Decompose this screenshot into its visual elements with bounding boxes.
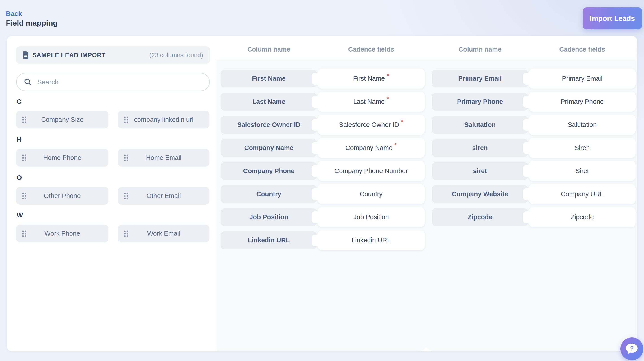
source-column-label: Linkedin URL: [248, 237, 290, 244]
field-chip-label: Work Phone: [44, 230, 80, 237]
mapping-row: Last Name Last Name*: [220, 92, 425, 112]
mapping-column-right: Primary Email Primary Email Primary Phon…: [432, 69, 636, 230]
required-asterisk: *: [394, 141, 397, 149]
drag-handle-icon[interactable]: [124, 154, 128, 161]
import-file-header: SAMPLE LEAD IMPORT (23 columns found): [16, 46, 210, 64]
cadence-field-label: Siren: [575, 144, 590, 152]
scroll-up-indicator: [419, 347, 433, 351]
search-box[interactable]: [16, 73, 210, 91]
cadence-field-chip[interactable]: Last Name*: [318, 92, 425, 112]
search-input[interactable]: [37, 78, 205, 86]
source-column-chip[interactable]: Country: [220, 185, 317, 203]
source-column-chip[interactable]: Primary Phone: [432, 93, 528, 110]
cadence-field-chip[interactable]: Company Name*: [318, 138, 425, 158]
cadence-field-label: Siret: [576, 167, 589, 175]
drag-handle-icon[interactable]: [124, 116, 128, 123]
cadence-field-label: Last Name: [353, 98, 384, 105]
source-column-chip[interactable]: Last Name: [220, 93, 317, 110]
mapping-row: siret Siret: [432, 161, 636, 181]
drag-handle-icon[interactable]: [22, 154, 26, 161]
source-column-chip[interactable]: Salutation: [432, 116, 528, 134]
cadence-field-chip[interactable]: Siret: [529, 161, 636, 181]
drag-handle-icon[interactable]: [124, 230, 128, 237]
cadence-fields-header: Cadence fields: [318, 46, 425, 53]
source-column-chip[interactable]: First Name: [220, 70, 317, 87]
source-column-chip[interactable]: Job Position: [220, 208, 317, 226]
required-asterisk: *: [386, 72, 389, 80]
source-column-label: Country: [256, 190, 281, 198]
drag-handle-icon[interactable]: [22, 230, 26, 237]
cadence-field-chip[interactable]: Primary Email: [529, 69, 636, 89]
cadence-field-chip[interactable]: Company URL: [529, 184, 636, 204]
source-column-label: Job Position: [249, 213, 288, 221]
cadence-field-chip[interactable]: Company Phone Number: [318, 161, 425, 181]
help-button[interactable]: ?: [620, 338, 643, 360]
source-column-chip[interactable]: siren: [432, 139, 528, 157]
import-leads-button[interactable]: Import Leads: [583, 7, 642, 29]
source-column-chip[interactable]: Salesforce Owner ID: [220, 116, 317, 134]
group-letter: O: [16, 174, 22, 181]
mapping-row: Zipcode Zipcode: [432, 207, 636, 227]
field-chip-company-linkedin-url[interactable]: company linkedin url: [118, 111, 209, 128]
field-chip-label: Work Email: [147, 230, 180, 237]
field-chip-label: Other Email: [146, 192, 181, 200]
cadence-field-chip[interactable]: Salutation: [529, 115, 636, 135]
field-chip-company-size[interactable]: Company Size: [16, 111, 108, 128]
source-column-chip[interactable]: Primary Email: [432, 70, 528, 87]
drag-handle-icon[interactable]: [22, 193, 26, 199]
source-column-label: Last Name: [252, 98, 286, 105]
mapping-row: Salutation Salutation: [432, 115, 636, 135]
field-chip-label: Company Size: [41, 116, 84, 123]
field-chip-work-phone[interactable]: Work Phone: [16, 225, 108, 242]
drag-handle-icon[interactable]: [124, 193, 128, 199]
source-column-chip[interactable]: Zipcode: [432, 208, 528, 226]
required-asterisk: *: [386, 95, 389, 103]
source-column-label: Company Website: [452, 190, 508, 198]
source-column-chip[interactable]: Linkedin URL: [220, 231, 317, 249]
drag-handle-icon[interactable]: [22, 116, 26, 123]
cadence-field-chip[interactable]: Primary Phone: [529, 92, 636, 112]
source-column-chip[interactable]: siret: [432, 162, 528, 180]
field-chip-home-email[interactable]: Home Email: [118, 149, 209, 167]
source-column-label: First Name: [252, 75, 286, 82]
mapping-row: Job Position Job Position: [220, 207, 425, 227]
cadence-field-label: Country: [360, 190, 382, 198]
question-bubble-icon: ?: [626, 343, 638, 355]
source-column-label: Company Name: [244, 144, 293, 152]
mapping-row: Linkedin URL Linkedin URL: [220, 230, 425, 250]
cadence-field-label: Salutation: [568, 121, 597, 128]
cadence-field-chip[interactable]: Siren: [529, 138, 636, 158]
cadence-field-chip[interactable]: Linkedin URL: [318, 230, 425, 250]
mapping-column-left: First Name First Name* Last Name Last Na…: [220, 69, 425, 253]
source-columns-panel: SAMPLE LEAD IMPORT (23 columns found) C …: [7, 36, 216, 351]
import-file-name: SAMPLE LEAD IMPORT: [32, 51, 106, 59]
field-chip-label: company linkedin url: [134, 116, 193, 123]
source-column-chip[interactable]: Company Website: [432, 185, 528, 203]
svg-text:?: ?: [630, 345, 634, 352]
mapping-row: Company Name Company Name*: [220, 138, 425, 158]
cadence-field-chip[interactable]: Job Position: [318, 207, 425, 227]
mapping-row: Company Website Company URL: [432, 184, 636, 204]
field-chip-home-phone[interactable]: Home Phone: [16, 149, 108, 167]
source-column-chip[interactable]: Company Name: [220, 139, 317, 157]
cadence-field-chip[interactable]: Zipcode: [529, 207, 636, 227]
cadence-field-chip[interactable]: First Name*: [318, 69, 425, 89]
mapping-row: Country Country: [220, 184, 425, 204]
cadence-field-chip[interactable]: Country: [318, 184, 425, 204]
source-column-label: Salesforce Owner ID: [237, 121, 300, 128]
field-chip-label: Other Phone: [44, 192, 80, 200]
cadence-field-label: Company URL: [561, 190, 604, 198]
field-chip-other-phone[interactable]: Other Phone: [16, 187, 108, 205]
cadence-field-label: Zipcode: [570, 213, 594, 221]
cadence-field-chip[interactable]: Salesforce Owner ID*: [318, 115, 425, 135]
back-link[interactable]: Back: [6, 10, 58, 17]
cadence-fields-header: Cadence fields: [529, 46, 636, 53]
field-chip-other-email[interactable]: Other Email: [118, 187, 209, 205]
cadence-field-label: Salesforce Owner ID: [339, 121, 399, 128]
source-column-label: siret: [473, 167, 487, 175]
field-chip-work-email[interactable]: Work Email: [118, 225, 209, 242]
mapping-row: siren Siren: [432, 138, 636, 158]
source-column-label: Zipcode: [468, 213, 492, 221]
mapping-row: Salesforce Owner ID Salesforce Owner ID*: [220, 115, 425, 135]
source-column-chip[interactable]: Company Phone: [220, 162, 317, 180]
